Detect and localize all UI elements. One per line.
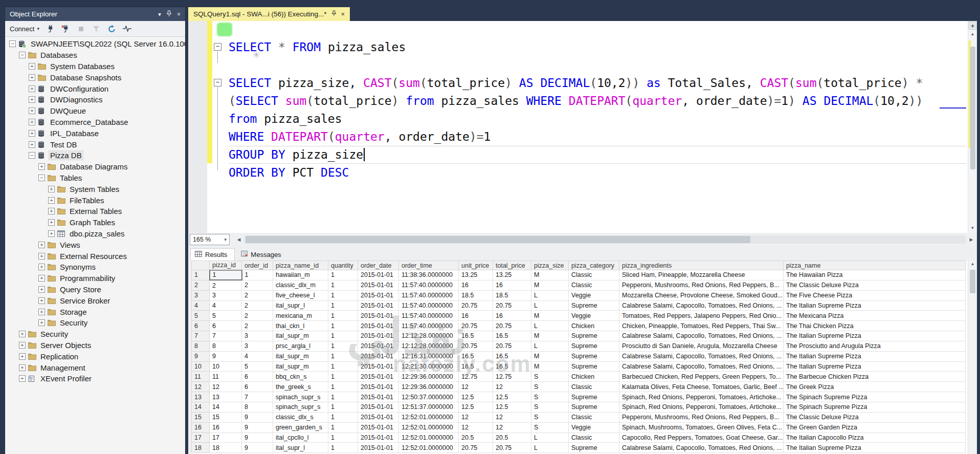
grid-cell[interactable]: 16 — [493, 311, 531, 321]
grid-cell[interactable]: 13.25 — [493, 270, 531, 280]
tree-item-external-tables[interactable]: +External Tables — [5, 206, 185, 217]
grid-cell[interactable]: 12.75 — [459, 372, 493, 382]
tree-item-pizza-db[interactable]: −Pizza DB — [5, 150, 185, 161]
grid-cell[interactable]: 2015-01-01 — [358, 382, 399, 392]
activity-monitor-icon[interactable] — [123, 26, 131, 32]
grid-cell[interactable]: The Hawaiian Pizza — [784, 270, 966, 280]
grid-cell[interactable]: 10 — [210, 361, 242, 372]
grid-cell[interactable]: Supreme — [569, 443, 619, 453]
tree-item-system-tables[interactable]: +System Tables — [5, 183, 185, 194]
grid-cell[interactable]: 16.5 — [493, 331, 531, 341]
grid-cell[interactable]: M — [531, 351, 569, 361]
expand-box-icon[interactable]: + — [48, 197, 55, 204]
grid-cell[interactable]: spinach_supr_s — [273, 402, 328, 412]
grid-cell[interactable]: Tomatoes, Red Peppers, Jalapeno Peppers,… — [619, 311, 784, 321]
row-header[interactable]: 2 — [192, 280, 210, 290]
row-header[interactable]: 18 — [192, 443, 210, 453]
grid-cell[interactable]: 11:57:40.0000000 — [399, 311, 459, 321]
grid-cell[interactable]: classic_dlx_m — [273, 280, 328, 290]
tree-item-dwdiagnostics[interactable]: +DWDiagnostics — [5, 94, 185, 105]
grid-cell[interactable]: L — [531, 443, 569, 453]
sql-editor[interactable]: SELECT * FROM pizza_salesSELECT pizza_si… — [188, 21, 977, 233]
grid-cell[interactable]: 20.75 — [493, 443, 531, 453]
row-header[interactable]: 4 — [192, 300, 210, 311]
tree-item-external-resources[interactable]: +External Resources — [5, 250, 185, 262]
grid-cell[interactable]: Calabrese Salami, Capocollo, Tomatoes, R… — [619, 300, 784, 311]
grid-cell[interactable]: 12:50:37.0000000 — [399, 392, 459, 402]
tree-item-security[interactable]: +Security — [5, 329, 185, 340]
grid-cell[interactable]: 15 — [210, 412, 242, 422]
grid-cell[interactable]: Veggie — [569, 311, 619, 321]
code-line-3[interactable]: SELECT pizza_size, CAST(sum(total_price)… — [229, 74, 966, 92]
pin-icon[interactable] — [331, 10, 337, 18]
grid-cell[interactable]: 11 — [210, 372, 242, 382]
grid-cell[interactable]: Calabrese Salami, Capocollo, Tomatoes, R… — [619, 361, 784, 372]
grid-cell[interactable]: Pepperoni, Mushrooms, Red Onions, Red Pe… — [619, 280, 784, 290]
grid-cell[interactable]: 2 — [242, 290, 273, 300]
row-header[interactable]: 9 — [192, 351, 210, 361]
connect-button[interactable]: Connect ▾ — [10, 25, 39, 33]
expand-box-icon[interactable]: + — [29, 74, 35, 81]
grid-cell[interactable]: 2015-01-01 — [358, 290, 399, 300]
row-header[interactable]: 15 — [192, 412, 210, 422]
scroll-right-arrow-icon[interactable]: ▶ — [967, 235, 975, 244]
grid-cell[interactable]: 2015-01-01 — [358, 412, 399, 422]
grid-cell[interactable]: L — [531, 433, 569, 443]
grid-cell[interactable]: classic_dlx_s — [273, 412, 328, 422]
column-header-pizza_category[interactable]: pizza_category — [569, 261, 619, 270]
grid-cell[interactable]: 12 — [493, 382, 531, 392]
expand-box-icon[interactable]: + — [38, 275, 45, 282]
collapse-box-icon[interactable]: − — [19, 52, 26, 58]
grid-cell[interactable]: 12 — [459, 382, 493, 392]
expand-box-icon[interactable]: + — [19, 331, 26, 337]
grid-cell[interactable]: The Spinach Supreme Pizza — [784, 402, 966, 412]
grid-cell[interactable]: 1 — [328, 290, 358, 300]
refresh-icon[interactable] — [107, 25, 116, 33]
grid-cell[interactable]: 13.25 — [459, 270, 493, 280]
grid-cell[interactable]: ital_supr_m — [273, 331, 328, 341]
grid-cell[interactable]: hawaiian_m — [273, 270, 328, 280]
grid-cell[interactable]: spinach_supr_s — [273, 392, 328, 402]
scroll-left-arrow-icon[interactable]: ◀ — [235, 235, 243, 244]
grid-cell[interactable]: 18.5 — [459, 290, 493, 300]
grid-cell[interactable]: 12:52:01.0000000 — [399, 422, 459, 433]
grid-cell[interactable]: M — [531, 311, 569, 321]
grid-cell[interactable]: 20.75 — [493, 300, 531, 311]
grid-cell[interactable]: bbq_ckn_s — [273, 372, 328, 382]
grid-cell[interactable]: 18.5 — [493, 290, 531, 300]
tree-item-test-db[interactable]: +Test DB — [5, 139, 185, 150]
grid-cell[interactable]: The Five Cheese Pizza — [784, 290, 966, 300]
grid-cell[interactable]: 12 — [459, 412, 493, 422]
grid-cell[interactable]: 20.5 — [459, 433, 493, 443]
code-area[interactable]: SELECT * FROM pizza_salesSELECT pizza_si… — [229, 21, 966, 233]
window-position-chevron-icon[interactable]: ▾ — [158, 11, 161, 17]
grid-cell[interactable]: 11:57:40.0000000 — [399, 321, 459, 331]
close-icon[interactable]: × — [341, 10, 345, 18]
collapse-box-icon[interactable]: − — [29, 152, 35, 159]
tree-item-xevent-profiler[interactable]: +XEvent Profiler — [5, 373, 185, 384]
grid-cell[interactable]: 2 — [242, 300, 273, 311]
expand-box-icon[interactable]: + — [38, 264, 45, 270]
tree-item-server-objects[interactable]: +Server Objects — [5, 340, 185, 351]
grid-cell[interactable]: 12:21:30.0000000 — [399, 361, 459, 372]
grid-cell[interactable]: 3 — [210, 290, 242, 300]
tree-item-system-databases[interactable]: +System Databases — [5, 61, 185, 72]
expand-box-icon[interactable]: + — [19, 353, 26, 360]
column-header-total_price[interactable]: total_price — [493, 261, 531, 270]
grid-cell[interactable]: Spinach, Red Onions, Pepperoni, Tomatoes… — [619, 392, 784, 402]
grid-cell[interactable]: 20.75 — [459, 443, 493, 453]
grid-cell[interactable]: 16 — [493, 280, 531, 290]
expand-box-icon[interactable]: + — [38, 242, 45, 248]
grid-cell[interactable]: 9 — [210, 351, 242, 361]
close-icon[interactable]: × — [177, 11, 181, 17]
grid-cell[interactable]: 2015-01-01 — [358, 280, 399, 290]
grid-cell[interactable]: 1 — [328, 433, 358, 443]
grid-cell[interactable]: Calabrese Salami, Capocollo, Tomatoes, R… — [619, 443, 784, 453]
code-line-4[interactable]: (SELECT sum(total_price) from pizza_sale… — [229, 92, 966, 110]
expand-box-icon[interactable]: + — [29, 141, 35, 148]
expand-box-icon[interactable]: + — [48, 208, 55, 214]
expand-box-icon[interactable]: + — [19, 342, 26, 349]
grid-cell[interactable]: 2 — [210, 280, 242, 290]
grid-cell[interactable]: 4 — [210, 300, 242, 311]
grid-cell[interactable]: ital_supr_m — [273, 351, 328, 361]
